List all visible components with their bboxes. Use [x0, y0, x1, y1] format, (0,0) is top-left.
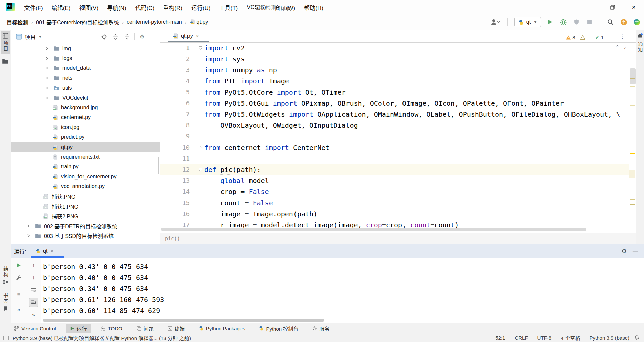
warnings-indicator[interactable]: 8	[566, 35, 575, 40]
menu-item[interactable]: 代码(C)	[132, 2, 158, 13]
toolwindow-button[interactable]: Version Control	[10, 325, 60, 332]
hide-panel-button[interactable]: —	[149, 33, 157, 41]
toolwindow-toggle-icon[interactable]	[3, 336, 9, 340]
menu-item[interactable]: 文件(F)	[21, 2, 46, 13]
stripe-button-notifications[interactable]: 通知	[636, 33, 644, 53]
stripe-button-project[interactable]: 项目	[1, 31, 10, 54]
tree-item[interactable]: utils	[11, 83, 160, 93]
close-button[interactable]: ✕	[623, 0, 644, 15]
stripe-button-commit[interactable]	[2, 58, 8, 64]
locate-file-button[interactable]	[100, 33, 108, 41]
status-notification-icon[interactable]	[634, 335, 639, 340]
ide-update-button[interactable]	[620, 18, 628, 26]
ok-indicator[interactable]: ✓ 1	[595, 34, 604, 40]
fold-marker-icon[interactable]	[198, 168, 202, 172]
editor-scrollbar-thumb[interactable]	[630, 68, 636, 84]
tree-item[interactable]: centernet.py	[11, 113, 160, 122]
tree-item[interactable]: logs	[11, 53, 160, 63]
editor-tab-qt-py[interactable]: qt.py ✕	[168, 30, 204, 42]
collapse-all-button[interactable]	[123, 33, 131, 41]
chevron-right-icon[interactable]	[45, 66, 53, 70]
more-problems-indicator[interactable]: ...	[580, 35, 591, 40]
console-output[interactable]: b'person 0.43' 0 0 475 634b'person 0.40'…	[43, 261, 164, 316]
toolwindow-button[interactable]: 问题	[132, 324, 158, 333]
tree-item[interactable]: voc_annotation.py	[11, 181, 160, 191]
run-tab-qt[interactable]: qt ✕	[31, 244, 58, 258]
panel-settings-button[interactable]: ⚙	[138, 33, 146, 41]
tree-item[interactable]: predict.py	[11, 132, 160, 142]
minimize-button[interactable]: —	[582, 0, 602, 15]
chevron-right-icon[interactable]	[45, 47, 53, 51]
breadcrumb-item[interactable]: qt.py	[197, 19, 208, 25]
chevron-right-icon[interactable]	[26, 224, 35, 228]
close-tab-icon[interactable]: ✕	[50, 249, 54, 254]
breadcrumb-item[interactable]: centernet-pytorch-main	[127, 19, 182, 25]
stop-process-button[interactable]: ■	[14, 289, 23, 298]
expand-all-button[interactable]	[111, 33, 119, 41]
tree-item[interactable]: 捕获.PNG	[11, 191, 160, 201]
indent-style[interactable]: 4 个空格	[561, 334, 580, 341]
console-hscrollbar-thumb[interactable]	[43, 319, 324, 322]
toolwindow-button[interactable]: TODO	[97, 325, 126, 332]
debug-button[interactable]	[559, 18, 567, 26]
close-tab-icon[interactable]: ✕	[196, 34, 199, 39]
tree-item[interactable]: 002 基于DETR的目标检测系统	[11, 221, 160, 231]
restore-button[interactable]	[602, 0, 623, 15]
toolwindow-button[interactable]: 服务	[308, 324, 333, 333]
code-with-me-button[interactable]	[633, 18, 641, 26]
run-panel-settings-button[interactable]: ⚙	[622, 248, 627, 255]
tree-item[interactable]: vision_for_centernet.py	[11, 172, 160, 181]
tree-item[interactable]: icon.jpg	[11, 122, 160, 132]
error-stripe[interactable]	[629, 42, 636, 233]
breadcrumb-item[interactable]: 001 基于CenterNet的目标检测系统	[36, 18, 119, 26]
inspections-widget[interactable]: 8 ... ✓ 1	[566, 34, 604, 40]
toolwindow-button[interactable]: 运行	[66, 324, 91, 333]
search-everywhere-button[interactable]	[606, 18, 614, 26]
prev-problem-button[interactable]: ⌃	[615, 44, 620, 50]
user-account-button[interactable]	[489, 18, 501, 26]
project-scrollbar[interactable]	[158, 157, 159, 174]
modify-run-config-button[interactable]	[14, 273, 23, 282]
chevron-right-icon[interactable]	[26, 234, 35, 238]
editor-hscrollbar-thumb[interactable]	[161, 228, 586, 231]
toolwindow-button[interactable]: Python 控制台	[255, 324, 302, 333]
scroll-up-button[interactable]: ↑	[29, 261, 38, 270]
menu-item[interactable]: 视图(V)	[76, 2, 102, 13]
tree-item[interactable]: requirements.txt	[11, 152, 160, 162]
menu-item[interactable]: 帮助(H)	[301, 2, 327, 13]
run-with-coverage-button[interactable]	[572, 18, 580, 26]
stripe-button-bookmarks[interactable]: 书签	[0, 293, 11, 311]
scroll-to-end-button[interactable]	[29, 298, 38, 307]
fold-marker-icon[interactable]	[198, 46, 202, 50]
tree-item[interactable]: qt.py	[11, 142, 160, 152]
more-actions-button[interactable]: »	[29, 310, 38, 320]
chevron-right-icon[interactable]	[45, 96, 53, 100]
rerun-button[interactable]	[14, 261, 23, 270]
hide-run-panel-button[interactable]: —	[633, 248, 638, 254]
chevron-right-icon[interactable]	[45, 86, 53, 90]
chevron-right-icon[interactable]	[45, 56, 53, 60]
tree-item[interactable]: train.py	[11, 162, 160, 172]
toolwindow-button[interactable]: Python Packages	[195, 325, 249, 332]
stripe-button-structure[interactable]: 结构	[0, 266, 11, 284]
tree-item[interactable]: 003 基于SSD的目标检测系统	[11, 231, 160, 240]
scroll-down-button[interactable]: ↓	[29, 273, 38, 282]
code-editor[interactable]: 1import cv22import sys3import numpy as n…	[160, 42, 629, 230]
tree-item[interactable]: background.jpg	[11, 103, 160, 112]
more-actions-button[interactable]: »	[14, 305, 23, 315]
stop-button[interactable]	[585, 18, 593, 26]
fold-marker-icon[interactable]	[198, 146, 202, 150]
next-problem-button[interactable]: ⌄	[623, 44, 627, 50]
breadcrumb-function[interactable]: pic()	[165, 236, 180, 242]
menu-item[interactable]: 工具(T)	[216, 2, 241, 13]
menu-item[interactable]: 导航(N)	[104, 2, 130, 13]
menu-item[interactable]: 运行(U)	[188, 2, 214, 13]
toolwindow-button[interactable]: 终端	[164, 324, 189, 333]
tree-item[interactable]: model_data	[11, 63, 160, 73]
project-view-selector[interactable]: 项目 ▼	[16, 33, 42, 41]
soft-wrap-button[interactable]	[29, 285, 38, 295]
menu-item[interactable]: 编辑(E)	[48, 2, 74, 13]
file-encoding[interactable]: UTF-8	[537, 335, 552, 341]
run-configuration-select[interactable]: qt ▼	[514, 17, 541, 27]
breadcrumb-item[interactable]: 目标检测	[7, 18, 28, 26]
